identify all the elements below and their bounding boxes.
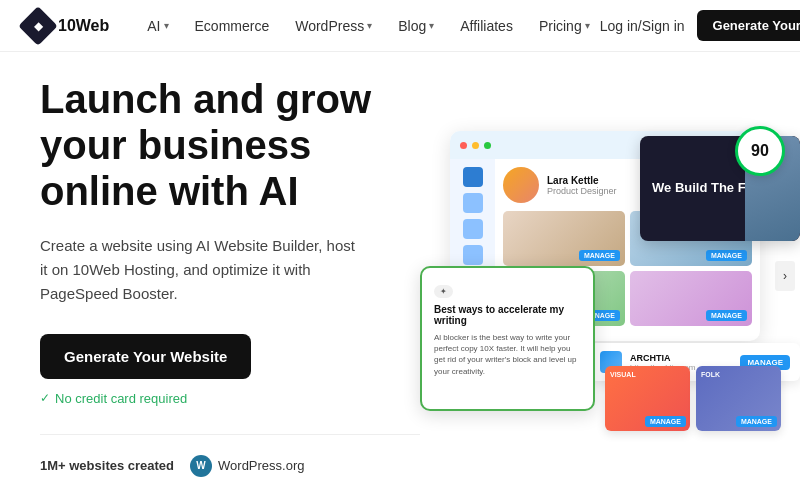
ai-body-text: Al blocker is the best way to write your…	[434, 332, 581, 377]
chevron-down-icon: ▾	[429, 20, 434, 31]
navbar: 10Web AI ▾ Ecommerce WordPress ▾ Blog ▾ …	[0, 0, 800, 52]
login-button[interactable]: Log in/Sign in	[600, 18, 685, 34]
mini-thumb-1: VISUAL MANAGE	[605, 366, 690, 431]
hero-section: Launch and grow your business online wit…	[0, 52, 800, 500]
nav-item-wordpress[interactable]: WordPress ▾	[285, 12, 382, 40]
logo-text: 10Web	[58, 17, 109, 35]
window-dot-red	[460, 142, 467, 149]
nav-item-blog[interactable]: Blog ▾	[388, 12, 444, 40]
website-thumb-1: MANAGE	[503, 211, 625, 266]
window-dot-green	[484, 142, 491, 149]
mini-thumb-2: FOLK MANAGE	[696, 366, 781, 431]
chevron-down-icon: ▾	[367, 20, 372, 31]
mini-label-1: VISUAL	[610, 371, 636, 378]
sidebar-icon	[463, 167, 483, 187]
nav-item-ecommerce[interactable]: Ecommerce	[185, 12, 280, 40]
nav-item-pricing[interactable]: Pricing ▾	[529, 12, 600, 40]
wp-icon: W	[190, 455, 212, 477]
nav-right: Log in/Sign in Generate Your Website	[600, 10, 800, 41]
hero-subtitle: Create a website using AI Website Builde…	[40, 234, 360, 306]
logo[interactable]: 10Web	[24, 12, 109, 40]
website-thumb-4: MANAGE	[630, 271, 752, 326]
hero-title: Launch and grow your business online wit…	[40, 76, 420, 214]
ai-badge: ✦	[434, 285, 453, 298]
stat-websites: 1M+ websites created	[40, 458, 174, 473]
nav-links: AI ▾ Ecommerce WordPress ▾ Blog ▾ Affili…	[137, 12, 599, 40]
ai-chat-card: ✦ Best ways to accelerate my writing Al …	[420, 266, 595, 411]
nav-item-ai[interactable]: AI ▾	[137, 12, 178, 40]
mini-thumb-row: VISUAL MANAGE FOLK MANAGE	[605, 366, 781, 431]
chevron-down-icon: ▾	[585, 20, 590, 31]
mini-manage-2[interactable]: MANAGE	[736, 416, 777, 427]
hero-cta-button[interactable]: Generate Your Website	[40, 334, 251, 379]
nav-item-affiliates[interactable]: Affiliates	[450, 12, 523, 40]
hero-stats: 1M+ websites created W WordPress.org	[40, 434, 420, 477]
mini-manage-1[interactable]: MANAGE	[645, 416, 686, 427]
nav-cta-button[interactable]: Generate Your Website	[697, 10, 800, 41]
mini-label-2: FOLK	[701, 371, 720, 378]
pagespeed-score: 90	[735, 126, 785, 176]
hero-right: 90 ›	[420, 52, 800, 500]
manage-button[interactable]: MANAGE	[706, 250, 747, 261]
carousel-arrow[interactable]: ›	[775, 261, 795, 291]
avatar	[503, 167, 539, 203]
logo-icon	[18, 6, 58, 46]
manage-button[interactable]: MANAGE	[706, 310, 747, 321]
ai-title: Best ways to accelerate my writing	[434, 304, 581, 326]
sidebar-icon	[463, 245, 483, 265]
archtia-name: ARCHTIA	[630, 353, 732, 363]
mockup-container: 90 ›	[420, 116, 800, 436]
check-icon: ✓	[40, 391, 50, 405]
no-credit-label: ✓ No credit card required	[40, 391, 420, 406]
sidebar-icon	[463, 193, 483, 213]
hero-left: Launch and grow your business online wit…	[40, 76, 420, 477]
sidebar-icon	[463, 219, 483, 239]
window-dot-yellow	[472, 142, 479, 149]
manage-button[interactable]: MANAGE	[579, 250, 620, 261]
chevron-down-icon: ▾	[164, 20, 169, 31]
wordpress-logo: W WordPress.org	[190, 455, 304, 477]
